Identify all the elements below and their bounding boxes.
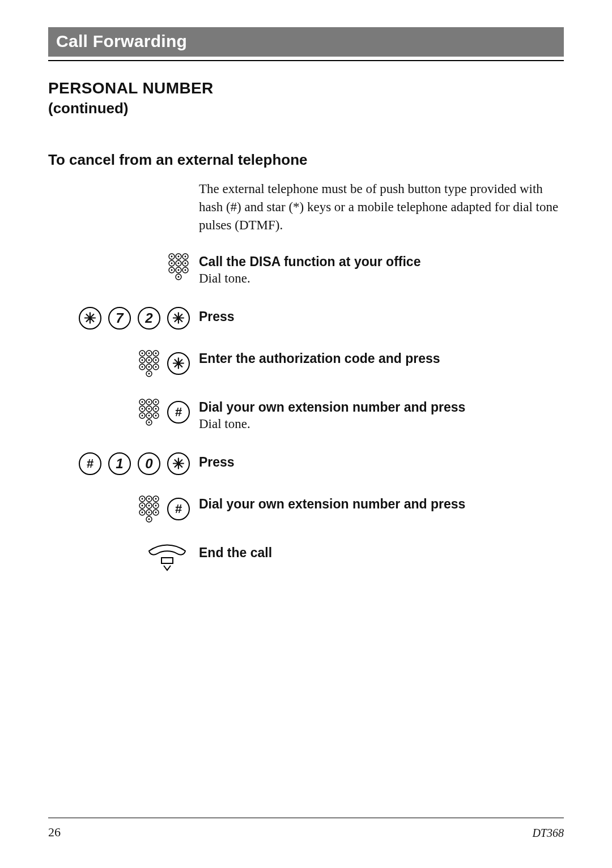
- instruction-row: #Dial your own extension number and pres…: [48, 397, 564, 433]
- instruction-row: #Dial your own extension number and pres…: [48, 494, 564, 524]
- page-heading: PERSONAL NUMBER: [48, 79, 564, 97]
- svg-point-43: [148, 401, 150, 403]
- instruction-icons: ✳: [48, 349, 190, 378]
- key-star: ✳: [167, 307, 190, 330]
- footer-rule: [48, 818, 564, 818]
- svg-point-67: [142, 505, 143, 507]
- svg-point-77: [155, 512, 157, 514]
- key-star: ✳: [167, 352, 190, 375]
- svg-point-63: [148, 498, 150, 500]
- svg-point-11: [185, 262, 186, 264]
- svg-point-55: [148, 414, 150, 416]
- instruction-icons: ✳72✳: [48, 307, 190, 330]
- svg-point-47: [142, 408, 143, 409]
- key-7: 7: [108, 307, 131, 330]
- svg-point-45: [155, 401, 157, 403]
- key-hash: #: [167, 401, 190, 424]
- instruction-icons: [48, 543, 190, 574]
- instruction-icons: [48, 252, 190, 281]
- handset-down-icon: [144, 543, 190, 574]
- svg-point-27: [142, 359, 143, 361]
- svg-point-3: [178, 255, 180, 257]
- instruction-title: Press: [199, 455, 564, 470]
- page-heading-continued: (continued): [48, 100, 564, 117]
- instruction-row: #10✳Press: [48, 452, 564, 475]
- instruction-body: Dial tone.: [199, 415, 564, 433]
- instruction-row: End the call: [48, 543, 564, 574]
- svg-point-71: [155, 505, 157, 507]
- section-rule: [48, 60, 564, 61]
- svg-point-65: [155, 498, 157, 500]
- keypad-icon: [167, 252, 190, 281]
- key-hash: #: [79, 452, 101, 475]
- model-label: DT368: [532, 827, 564, 840]
- instruction-title: Press: [199, 309, 564, 324]
- svg-point-39: [148, 373, 150, 374]
- key-star: ✳: [79, 307, 101, 330]
- svg-point-33: [142, 366, 143, 367]
- instruction-text: End the call: [199, 543, 564, 561]
- key-hash: #: [167, 498, 190, 520]
- svg-point-31: [155, 359, 157, 361]
- svg-point-1: [171, 255, 173, 257]
- svg-point-79: [148, 519, 150, 520]
- svg-point-7: [171, 262, 173, 264]
- keypad-icon: [138, 397, 160, 427]
- svg-point-69: [148, 505, 150, 507]
- instruction-body: Dial tone.: [199, 270, 564, 288]
- instruction-title: Dial your own extension number and press: [199, 400, 564, 415]
- instruction-text: Press: [199, 307, 564, 324]
- svg-point-9: [178, 262, 180, 264]
- svg-point-5: [185, 255, 186, 257]
- instruction-text: Call the DISA function at your officeDia…: [199, 252, 564, 288]
- key-1: 1: [108, 452, 131, 475]
- page-number: 26: [48, 825, 61, 840]
- svg-point-61: [142, 498, 143, 500]
- svg-point-25: [155, 352, 157, 354]
- instruction-icons: #: [48, 397, 190, 427]
- key-2: 2: [138, 307, 160, 330]
- svg-point-53: [142, 414, 143, 416]
- svg-point-37: [155, 366, 157, 367]
- instruction-icons: #: [48, 494, 190, 524]
- keypad-icon: [138, 494, 160, 524]
- svg-point-59: [148, 421, 150, 423]
- svg-point-57: [155, 414, 157, 416]
- instruction-text: Enter the authorization code and press: [199, 349, 564, 366]
- svg-point-49: [148, 408, 150, 409]
- svg-point-29: [148, 359, 150, 361]
- intro-paragraph: The external telephone must be of push b…: [199, 180, 564, 235]
- instruction-row: Call the DISA function at your officeDia…: [48, 252, 564, 288]
- keypad-icon: [138, 349, 160, 378]
- svg-point-75: [148, 512, 150, 514]
- instruction-title: Enter the authorization code and press: [199, 351, 564, 366]
- svg-point-41: [142, 401, 143, 403]
- svg-point-17: [185, 269, 186, 271]
- subheading: To cancel from an external telephone: [48, 151, 564, 169]
- instruction-icons: #10✳: [48, 452, 190, 475]
- instruction-row: ✳72✳Press: [48, 307, 564, 330]
- svg-point-21: [142, 352, 143, 354]
- svg-point-51: [155, 408, 157, 409]
- svg-point-73: [142, 512, 143, 514]
- instruction-text: Dial your own extension number and press…: [199, 397, 564, 433]
- instruction-row: ✳Enter the authorization code and press: [48, 349, 564, 378]
- instruction-title: End the call: [199, 545, 564, 561]
- key-0: 0: [138, 452, 160, 475]
- instruction-text: Press: [199, 452, 564, 470]
- instruction-title: Dial your own extension number and press: [199, 497, 564, 512]
- key-star: ✳: [167, 452, 190, 475]
- svg-point-15: [178, 269, 180, 271]
- svg-point-13: [171, 269, 173, 271]
- svg-point-35: [148, 366, 150, 367]
- instruction-text: Dial your own extension number and press: [199, 494, 564, 512]
- svg-point-23: [148, 352, 150, 354]
- instruction-title: Call the DISA function at your office: [199, 254, 564, 270]
- svg-point-19: [178, 276, 180, 277]
- section-bar: Call Forwarding: [48, 27, 564, 57]
